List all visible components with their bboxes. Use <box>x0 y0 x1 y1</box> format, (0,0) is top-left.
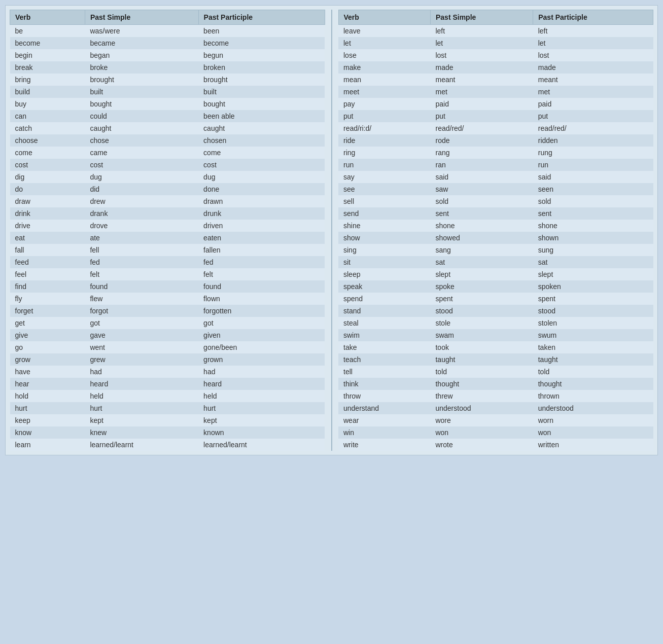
past-simple-cell: drank <box>85 207 198 220</box>
table-row: sitsatsat <box>338 256 653 268</box>
past-participle-cell: done <box>198 183 325 195</box>
tables-wrapper: Verb Past Simple Past Participle bewas/w… <box>10 10 653 451</box>
past-simple-cell: gave <box>85 329 198 341</box>
past-simple-cell: taught <box>430 353 533 366</box>
verb-cell: have <box>10 366 85 378</box>
past-participle-cell: broken <box>198 61 325 74</box>
past-simple-cell: thought <box>430 378 533 390</box>
verb-cell: see <box>338 183 430 195</box>
past-simple-cell: sat <box>430 256 533 268</box>
verb-cell: say <box>338 171 430 183</box>
table-row: feedfedfed <box>10 256 325 268</box>
past-participle-cell: built <box>198 86 325 98</box>
past-simple-cell: wore <box>430 414 533 426</box>
right-col-past-participle: Past Participle <box>533 10 653 25</box>
table-row: comecamecome <box>10 147 325 159</box>
past-participle-cell: fallen <box>198 244 325 256</box>
past-simple-cell: shone <box>430 220 533 232</box>
table-row: throwthrewthrown <box>338 390 653 402</box>
past-participle-cell: rung <box>533 147 653 159</box>
past-simple-cell: bought <box>85 98 198 110</box>
verb-cell: think <box>338 378 430 390</box>
past-simple-cell: grew <box>85 353 198 366</box>
verb-cell: send <box>338 207 430 220</box>
past-participle-cell: shown <box>533 232 653 244</box>
past-simple-cell: fell <box>85 244 198 256</box>
past-participle-cell: flown <box>198 293 325 305</box>
past-simple-cell: knew <box>85 426 198 439</box>
past-participle-cell: been able <box>198 110 325 122</box>
past-participle-cell: learned/learnt <box>198 439 325 451</box>
past-simple-cell: did <box>85 183 198 195</box>
table-row: dodiddone <box>10 183 325 195</box>
table-row: teachtaughttaught <box>338 353 653 366</box>
right-verb-table: Verb Past Simple Past Participle leavele… <box>338 10 654 451</box>
left-table-body: bewas/werebeenbecomebecamebecomebeginbeg… <box>10 25 325 451</box>
past-simple-cell: threw <box>430 390 533 402</box>
past-participle-cell: been <box>198 25 325 38</box>
table-row: bewas/werebeen <box>10 25 325 38</box>
table-row: writewrotewritten <box>338 439 653 451</box>
left-col-past-simple: Past Simple <box>85 10 198 25</box>
past-participle-cell: forgotten <box>198 305 325 317</box>
past-simple-cell: read/red/ <box>430 122 533 134</box>
table-row: fallfellfallen <box>10 244 325 256</box>
verb-cell: choose <box>10 134 85 147</box>
table-row: stealstolestolen <box>338 317 653 329</box>
past-participle-cell: heard <box>198 378 325 390</box>
past-simple-cell: sang <box>430 244 533 256</box>
verb-cell: find <box>10 280 85 293</box>
past-participle-cell: thrown <box>533 390 653 402</box>
past-simple-cell: sold <box>430 195 533 207</box>
past-simple-cell: won <box>430 426 533 439</box>
past-participle-cell: given <box>198 329 325 341</box>
table-row: taketooktaken <box>338 341 653 353</box>
past-simple-cell: brought <box>85 74 198 86</box>
past-simple-cell: let <box>430 37 533 49</box>
verb-cell: feel <box>10 268 85 280</box>
past-simple-cell: flew <box>85 293 198 305</box>
past-participle-cell: lost <box>533 49 653 61</box>
past-participle-cell: sat <box>533 256 653 268</box>
right-col-verb: Verb <box>338 10 430 25</box>
table-row: buyboughtbought <box>10 98 325 110</box>
past-simple-cell: left <box>430 25 533 38</box>
past-simple-cell: began <box>85 49 198 61</box>
verb-cell: wear <box>338 414 430 426</box>
past-participle-cell: stolen <box>533 317 653 329</box>
past-participle-cell: felt <box>198 268 325 280</box>
verb-cell: read/ri:d/ <box>338 122 430 134</box>
table-row: winwonwon <box>338 426 653 439</box>
verb-cell: fly <box>10 293 85 305</box>
table-row: knowknewknown <box>10 426 325 439</box>
table-row: wearworeworn <box>338 414 653 426</box>
verb-cell: can <box>10 110 85 122</box>
verb-cell: let <box>338 37 430 49</box>
past-participle-cell: known <box>198 426 325 439</box>
table-row: getgotgot <box>10 317 325 329</box>
past-participle-cell: shone <box>533 220 653 232</box>
verb-cell: speak <box>338 280 430 293</box>
past-participle-cell: caught <box>198 122 325 134</box>
past-participle-cell: understood <box>533 402 653 414</box>
verb-cell: shine <box>338 220 430 232</box>
past-participle-cell: sent <box>533 207 653 220</box>
past-participle-cell: swum <box>533 329 653 341</box>
past-simple-cell: went <box>85 341 198 353</box>
past-participle-cell: put <box>533 110 653 122</box>
verb-cell: catch <box>10 122 85 134</box>
verb-cell: run <box>338 159 430 171</box>
table-row: leaveleftleft <box>338 25 653 38</box>
past-simple-cell: lost <box>430 49 533 61</box>
table-row: growgrewgrown <box>10 353 325 366</box>
past-participle-cell: sung <box>533 244 653 256</box>
past-simple-cell: met <box>430 86 533 98</box>
left-verb-table: Verb Past Simple Past Participle bewas/w… <box>10 10 325 451</box>
past-participle-cell: bought <box>198 98 325 110</box>
past-participle-cell: spent <box>533 293 653 305</box>
past-simple-cell: said <box>430 171 533 183</box>
verb-cell: build <box>10 86 85 98</box>
past-simple-cell: rode <box>430 134 533 147</box>
verb-cell: come <box>10 147 85 159</box>
verb-cell: get <box>10 317 85 329</box>
